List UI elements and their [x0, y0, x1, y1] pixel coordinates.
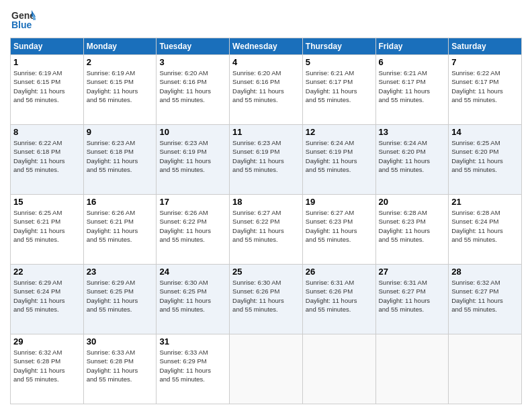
day-header: Saturday — [449, 38, 522, 55]
day-info: Sunrise: 6:30 AM Sunset: 6:26 PM Dayligh… — [232, 278, 300, 314]
calendar-cell: 22Sunrise: 6:29 AM Sunset: 6:24 PM Dayli… — [11, 265, 84, 334]
day-number: 5 — [306, 57, 373, 67]
calendar-cell: 13Sunrise: 6:24 AM Sunset: 6:20 PM Dayli… — [375, 125, 449, 195]
calendar-cell: 11Sunrise: 6:23 AM Sunset: 6:19 PM Dayli… — [230, 125, 303, 195]
day-number: 18 — [232, 197, 300, 207]
day-number: 24 — [159, 267, 226, 277]
day-info: Sunrise: 6:25 AM Sunset: 6:21 PM Dayligh… — [13, 208, 81, 244]
day-number: 11 — [232, 127, 300, 137]
calendar-cell — [302, 334, 375, 404]
calendar-cell: 18Sunrise: 6:27 AM Sunset: 6:22 PM Dayli… — [230, 195, 303, 265]
day-number: 25 — [232, 267, 300, 277]
day-info: Sunrise: 6:32 AM Sunset: 6:28 PM Dayligh… — [13, 348, 81, 383]
day-info: Sunrise: 6:21 AM Sunset: 6:17 PM Dayligh… — [306, 68, 373, 104]
day-info: Sunrise: 6:25 AM Sunset: 6:20 PM Dayligh… — [451, 138, 519, 174]
logo-icon: General Blue — [10, 7, 36, 32]
calendar-header-row: SundayMondayTuesdayWednesdayThursdayFrid… — [11, 38, 522, 55]
calendar-week-row: 22Sunrise: 6:29 AM Sunset: 6:24 PM Dayli… — [11, 265, 522, 334]
day-info: Sunrise: 6:30 AM Sunset: 6:25 PM Dayligh… — [159, 278, 226, 314]
calendar-cell: 10Sunrise: 6:23 AM Sunset: 6:19 PM Dayli… — [157, 125, 230, 195]
day-header: Tuesday — [157, 38, 230, 55]
calendar-cell: 29Sunrise: 6:32 AM Sunset: 6:28 PM Dayli… — [11, 334, 84, 404]
calendar-cell: 21Sunrise: 6:28 AM Sunset: 6:24 PM Dayli… — [449, 195, 522, 265]
calendar-cell: 26Sunrise: 6:31 AM Sunset: 6:26 PM Dayli… — [302, 265, 375, 334]
day-number: 31 — [159, 336, 226, 347]
day-info: Sunrise: 6:27 AM Sunset: 6:22 PM Dayligh… — [232, 208, 300, 244]
day-info: Sunrise: 6:29 AM Sunset: 6:24 PM Dayligh… — [13, 278, 81, 314]
day-number: 22 — [13, 267, 81, 277]
day-info: Sunrise: 6:20 AM Sunset: 6:16 PM Dayligh… — [232, 68, 300, 104]
day-number: 20 — [379, 197, 446, 207]
day-info: Sunrise: 6:23 AM Sunset: 6:18 PM Dayligh… — [87, 138, 154, 174]
calendar-cell: 1Sunrise: 6:19 AM Sunset: 6:15 PM Daylig… — [11, 55, 84, 125]
day-number: 9 — [87, 127, 154, 137]
calendar-cell: 5Sunrise: 6:21 AM Sunset: 6:17 PM Daylig… — [302, 55, 375, 125]
day-info: Sunrise: 6:27 AM Sunset: 6:23 PM Dayligh… — [306, 208, 373, 244]
day-number: 16 — [87, 197, 154, 207]
calendar-cell: 3Sunrise: 6:20 AM Sunset: 6:16 PM Daylig… — [157, 55, 230, 125]
calendar-cell: 2Sunrise: 6:19 AM Sunset: 6:15 PM Daylig… — [83, 55, 157, 125]
calendar-body: 1Sunrise: 6:19 AM Sunset: 6:15 PM Daylig… — [11, 55, 522, 404]
header: General Blue — [10, 7, 522, 32]
day-info: Sunrise: 6:23 AM Sunset: 6:19 PM Dayligh… — [232, 138, 300, 174]
day-number: 28 — [451, 267, 519, 277]
day-number: 15 — [13, 197, 81, 207]
calendar-week-row: 8Sunrise: 6:22 AM Sunset: 6:18 PM Daylig… — [11, 125, 522, 195]
calendar-week-row: 29Sunrise: 6:32 AM Sunset: 6:28 PM Dayli… — [11, 334, 522, 404]
calendar-cell: 15Sunrise: 6:25 AM Sunset: 6:21 PM Dayli… — [11, 195, 84, 265]
calendar-cell: 16Sunrise: 6:26 AM Sunset: 6:21 PM Dayli… — [83, 195, 157, 265]
day-info: Sunrise: 6:28 AM Sunset: 6:24 PM Dayligh… — [451, 208, 519, 244]
day-info: Sunrise: 6:32 AM Sunset: 6:27 PM Dayligh… — [451, 278, 519, 314]
day-number: 13 — [379, 127, 446, 137]
day-info: Sunrise: 6:29 AM Sunset: 6:25 PM Dayligh… — [87, 278, 154, 314]
day-number: 19 — [306, 197, 373, 207]
calendar-table: SundayMondayTuesdayWednesdayThursdayFrid… — [10, 38, 522, 404]
day-header: Monday — [83, 38, 157, 55]
calendar-cell: 19Sunrise: 6:27 AM Sunset: 6:23 PM Dayli… — [302, 195, 375, 265]
day-number: 26 — [306, 267, 373, 277]
day-number: 30 — [87, 336, 154, 347]
day-info: Sunrise: 6:26 AM Sunset: 6:21 PM Dayligh… — [87, 208, 154, 244]
calendar-cell — [375, 334, 449, 404]
calendar-cell: 25Sunrise: 6:30 AM Sunset: 6:26 PM Dayli… — [230, 265, 303, 334]
calendar-cell: 4Sunrise: 6:20 AM Sunset: 6:16 PM Daylig… — [230, 55, 303, 125]
day-number: 23 — [87, 267, 154, 277]
day-info: Sunrise: 6:19 AM Sunset: 6:15 PM Dayligh… — [87, 68, 154, 104]
calendar-cell: 23Sunrise: 6:29 AM Sunset: 6:25 PM Dayli… — [83, 265, 157, 334]
day-number: 14 — [451, 127, 519, 137]
svg-text:Blue: Blue — [11, 19, 32, 30]
day-info: Sunrise: 6:22 AM Sunset: 6:18 PM Dayligh… — [13, 138, 81, 174]
day-info: Sunrise: 6:21 AM Sunset: 6:17 PM Dayligh… — [379, 68, 446, 104]
day-number: 8 — [13, 127, 81, 137]
day-number: 4 — [232, 57, 300, 67]
day-number: 17 — [159, 197, 226, 207]
day-number: 10 — [159, 127, 226, 137]
day-info: Sunrise: 6:19 AM Sunset: 6:15 PM Dayligh… — [13, 68, 81, 104]
day-number: 29 — [13, 336, 81, 347]
calendar-cell: 17Sunrise: 6:26 AM Sunset: 6:22 PM Dayli… — [157, 195, 230, 265]
day-number: 21 — [451, 197, 519, 207]
calendar-cell: 14Sunrise: 6:25 AM Sunset: 6:20 PM Dayli… — [449, 125, 522, 195]
calendar-week-row: 15Sunrise: 6:25 AM Sunset: 6:21 PM Dayli… — [11, 195, 522, 265]
day-number: 12 — [306, 127, 373, 137]
calendar-cell: 27Sunrise: 6:31 AM Sunset: 6:27 PM Dayli… — [375, 265, 449, 334]
day-info: Sunrise: 6:28 AM Sunset: 6:23 PM Dayligh… — [379, 208, 446, 244]
day-header: Friday — [375, 38, 449, 55]
day-info: Sunrise: 6:33 AM Sunset: 6:29 PM Dayligh… — [159, 348, 226, 383]
day-header: Wednesday — [230, 38, 303, 55]
calendar-week-row: 1Sunrise: 6:19 AM Sunset: 6:15 PM Daylig… — [11, 55, 522, 125]
calendar-cell: 6Sunrise: 6:21 AM Sunset: 6:17 PM Daylig… — [375, 55, 449, 125]
calendar-cell — [449, 334, 522, 404]
calendar-cell: 24Sunrise: 6:30 AM Sunset: 6:25 PM Dayli… — [157, 265, 230, 334]
day-header: Sunday — [11, 38, 84, 55]
day-info: Sunrise: 6:20 AM Sunset: 6:16 PM Dayligh… — [159, 68, 226, 104]
day-header: Thursday — [302, 38, 375, 55]
day-number: 27 — [379, 267, 446, 277]
calendar-cell: 31Sunrise: 6:33 AM Sunset: 6:29 PM Dayli… — [157, 334, 230, 404]
day-info: Sunrise: 6:24 AM Sunset: 6:19 PM Dayligh… — [306, 138, 373, 174]
day-info: Sunrise: 6:24 AM Sunset: 6:20 PM Dayligh… — [379, 138, 446, 174]
calendar-cell: 30Sunrise: 6:33 AM Sunset: 6:28 PM Dayli… — [83, 334, 157, 404]
calendar-cell — [230, 334, 303, 404]
day-number: 2 — [87, 57, 154, 67]
day-info: Sunrise: 6:26 AM Sunset: 6:22 PM Dayligh… — [159, 208, 226, 244]
